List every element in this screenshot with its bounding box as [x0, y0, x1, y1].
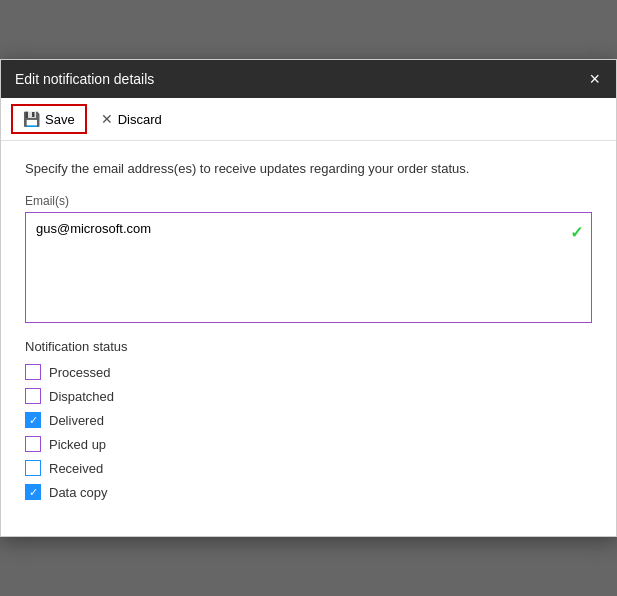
dialog-title: Edit notification details — [15, 71, 154, 87]
checkmark-data-copy: ✓ — [29, 487, 38, 498]
close-button[interactable]: × — [587, 70, 602, 88]
edit-notification-dialog: Edit notification details × 💾 Save ✕ Dis… — [0, 59, 617, 537]
save-label: Save — [45, 112, 75, 127]
checkbox-list: Processed Dispatched ✓ Delivered Picked … — [25, 364, 592, 516]
checkbox-data-copy[interactable]: ✓ Data copy — [25, 484, 592, 500]
email-field-label: Email(s) — [25, 194, 592, 208]
checkbox-picked-up[interactable]: Picked up — [25, 436, 592, 452]
checkbox-box-dispatched — [25, 388, 41, 404]
discard-label: Discard — [118, 112, 162, 127]
checkbox-dispatched[interactable]: Dispatched — [25, 388, 592, 404]
checkbox-label-received: Received — [49, 461, 103, 476]
save-button[interactable]: 💾 Save — [11, 104, 87, 134]
discard-button[interactable]: ✕ Discard — [91, 106, 172, 132]
dialog-titlebar: Edit notification details × — [1, 60, 616, 98]
checkbox-label-dispatched: Dispatched — [49, 389, 114, 404]
checkbox-label-picked-up: Picked up — [49, 437, 106, 452]
checkbox-box-data-copy: ✓ — [25, 484, 41, 500]
email-input[interactable]: gus@microsoft.com — [36, 221, 563, 311]
checkbox-delivered[interactable]: ✓ Delivered — [25, 412, 592, 428]
checkbox-received[interactable]: Received — [25, 460, 592, 476]
email-input-wrapper: gus@microsoft.com ✓ — [25, 212, 592, 323]
checkbox-label-delivered: Delivered — [49, 413, 104, 428]
discard-icon: ✕ — [101, 111, 113, 127]
checkbox-label-processed: Processed — [49, 365, 110, 380]
checkbox-box-picked-up — [25, 436, 41, 452]
checkbox-box-processed — [25, 364, 41, 380]
description-text: Specify the email address(es) to receive… — [25, 161, 592, 176]
toolbar: 💾 Save ✕ Discard — [1, 98, 616, 141]
checkmark-delivered: ✓ — [29, 415, 38, 426]
dialog-content: Specify the email address(es) to receive… — [1, 141, 616, 536]
notification-status-title: Notification status — [25, 339, 592, 354]
save-icon: 💾 — [23, 111, 40, 127]
checkbox-processed[interactable]: Processed — [25, 364, 592, 380]
checkbox-box-received — [25, 460, 41, 476]
valid-check-icon: ✓ — [570, 223, 583, 242]
checkbox-box-delivered: ✓ — [25, 412, 41, 428]
checkbox-label-data-copy: Data copy — [49, 485, 108, 500]
